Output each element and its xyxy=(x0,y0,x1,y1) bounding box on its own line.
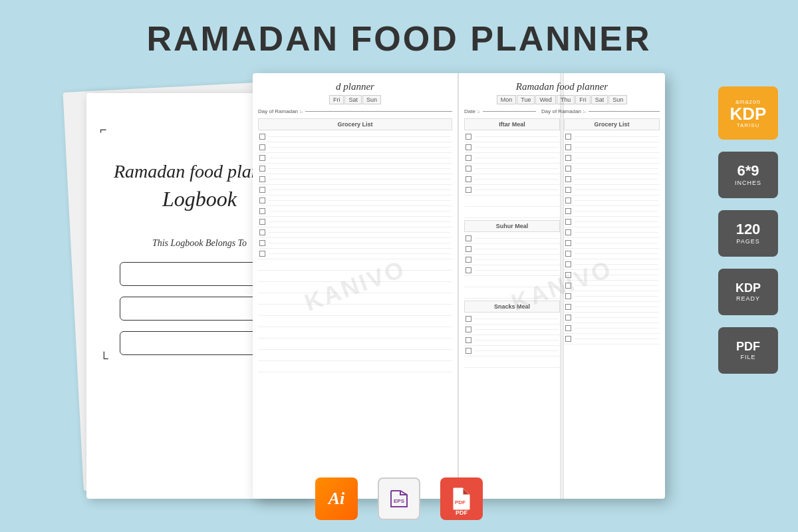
checkbox xyxy=(565,134,571,140)
checkbox xyxy=(466,235,471,241)
checkbox xyxy=(259,166,265,172)
ai-label: Ai xyxy=(329,489,345,509)
day-tab-sun: Sun xyxy=(362,95,381,104)
kdp-ready-badge: KDP READY xyxy=(718,269,778,315)
checklist-row xyxy=(564,313,660,323)
right-page-day-tabs: Mon Tue Wed Thu Fri Sat Sun xyxy=(464,95,660,104)
right-grocery-header: Grocery List xyxy=(564,118,660,130)
day-tab-thu: Thu xyxy=(557,95,575,104)
checklist-row xyxy=(258,185,452,196)
checkbox xyxy=(466,267,471,273)
day-tab-sat-r: Sat xyxy=(591,95,608,104)
book-area: ⌐ ⌐ └ ┘ Ramadan food planner Logbook Thi… xyxy=(66,73,665,505)
checklist-row xyxy=(464,244,560,255)
checklist-row xyxy=(464,185,560,196)
size-badge: 6*9 INCHES xyxy=(718,152,778,198)
checklist-row xyxy=(258,217,452,227)
right-grocery-rows xyxy=(564,132,660,344)
right-date-info: Date :- Day of Ramadan :- xyxy=(464,108,660,114)
checklist-row xyxy=(564,249,660,259)
right-page-script-title: Ramadan food planner xyxy=(464,81,660,92)
checkbox xyxy=(259,198,265,203)
checklist-row xyxy=(564,164,660,174)
checklist-row xyxy=(464,265,560,276)
checklist-row xyxy=(258,164,452,174)
snacks-meal-header: Snacks Meal xyxy=(464,301,560,313)
checkbox xyxy=(565,166,571,172)
pdf-svg-icon: PDF xyxy=(448,485,475,512)
day-tab-sun-r: Sun xyxy=(608,95,627,104)
left-page-day-tabs: Fri Sat Sun xyxy=(258,95,452,104)
checkbox xyxy=(565,240,571,246)
kdp-ready-label: READY xyxy=(736,295,760,302)
day-tab-fri: Fri xyxy=(329,95,344,104)
left-page-script-title: d planner xyxy=(258,81,452,92)
checkbox xyxy=(259,155,265,161)
checklist-row xyxy=(464,153,560,164)
file-format-icons: Ai EPS PDF PDF xyxy=(315,477,483,520)
pdf-icon: PDF PDF xyxy=(440,477,483,520)
checkbox xyxy=(565,304,571,310)
belongs-to-label: This Logbook Belongs To xyxy=(152,238,247,249)
eps-svg-icon: EPS xyxy=(386,485,412,512)
pdf-file-badge: PDF FILE xyxy=(718,327,778,374)
day-info-line-left xyxy=(305,111,452,112)
checklist-row xyxy=(464,335,560,346)
checkbox xyxy=(466,348,471,354)
checkbox xyxy=(565,283,571,289)
checklist-row xyxy=(564,174,660,185)
checklist-row xyxy=(564,196,660,206)
checklist-row xyxy=(464,314,560,325)
day-tab-mon: Mon xyxy=(497,95,517,104)
checkbox xyxy=(259,229,265,235)
day-tab-tue: Tue xyxy=(517,95,535,104)
suhur-rows xyxy=(464,233,560,299)
kdp-ready-num: KDP xyxy=(735,282,761,294)
checklist-row xyxy=(464,346,560,356)
checkbox xyxy=(259,144,265,150)
svg-text:EPS: EPS xyxy=(394,498,405,504)
checkbox xyxy=(565,155,571,161)
checklist-row xyxy=(564,132,660,142)
checklist-row xyxy=(564,227,660,238)
right-grocery-col: Grocery List xyxy=(564,118,660,485)
pdf-label: PDF xyxy=(456,509,467,516)
checkbox xyxy=(466,176,471,182)
day-tab-sat: Sat xyxy=(344,95,362,104)
wavy-decoration xyxy=(126,251,273,257)
checklist-row xyxy=(564,302,660,313)
checklist-row xyxy=(564,206,660,217)
checkbox xyxy=(565,198,571,203)
checklist-row xyxy=(464,164,560,174)
checkbox xyxy=(466,166,471,172)
checklist-row xyxy=(564,334,660,344)
checklist-row xyxy=(464,142,560,153)
checkbox xyxy=(466,187,471,193)
checkbox xyxy=(259,187,265,193)
checklist-row xyxy=(564,291,660,302)
checkbox xyxy=(565,229,571,235)
checklist-row xyxy=(564,259,660,270)
checkbox xyxy=(466,316,471,322)
checklist-row xyxy=(464,174,560,185)
checklist-row xyxy=(258,153,452,164)
day-of-ramadan-right-label: Day of Ramadan :- xyxy=(541,108,586,114)
checklist-row xyxy=(258,206,452,217)
open-book-left-page: d planner Fri Sat Sun Day of Ramadan :- … xyxy=(253,73,459,499)
right-left-col: Iftar Meal Suhur Meal xyxy=(464,118,560,485)
checklist-row xyxy=(464,325,560,335)
checklist-row xyxy=(564,217,660,227)
checklist-row xyxy=(564,281,660,291)
pdf-file-num: PDF xyxy=(736,340,760,352)
checklist-row xyxy=(564,153,660,164)
checklist-row xyxy=(464,233,560,244)
day-tab-fri-r: Fri xyxy=(575,95,591,104)
iftar-meal-header: Iftar Meal xyxy=(464,118,560,130)
snacks-rows xyxy=(464,314,560,368)
checklist-row xyxy=(258,142,452,153)
checkbox xyxy=(466,246,471,252)
checkbox xyxy=(565,251,571,257)
checkbox xyxy=(259,208,265,214)
page-title: RAMADAN FOOD PLANNER xyxy=(0,0,798,59)
suhur-meal-header: Suhur Meal xyxy=(464,220,560,232)
